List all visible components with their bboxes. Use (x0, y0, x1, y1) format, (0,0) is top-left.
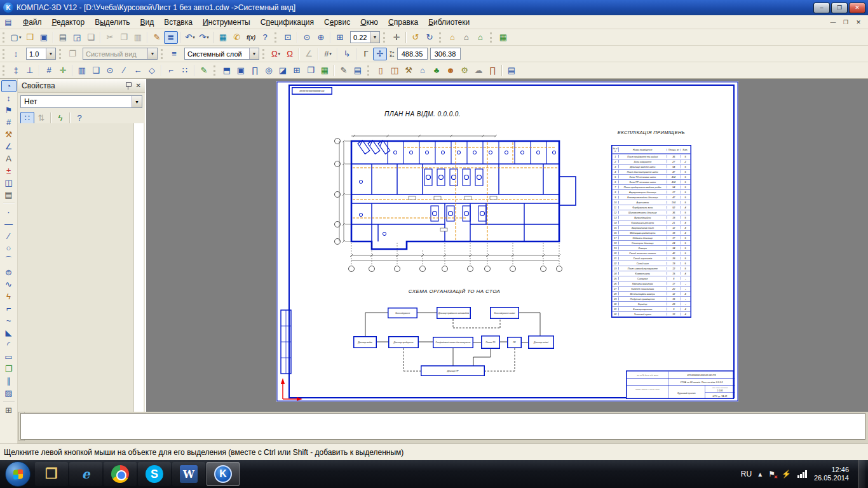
chevron-down-icon[interactable]: ▼ (46, 48, 55, 59)
pan-button[interactable]: ✛ (390, 31, 403, 44)
save-button[interactable]: ▣ (37, 31, 51, 44)
power-plug-icon[interactable]: ⚡ (782, 470, 791, 478)
chamfer-tool[interactable]: ◣ (1, 327, 17, 339)
chevron-down-icon[interactable]: ▾ (193, 35, 195, 40)
copy-table-button[interactable]: ❐ (304, 64, 318, 77)
mdi-restore-button[interactable]: ❐ (841, 19, 850, 25)
mdi-minimize-button[interactable]: — (829, 19, 837, 25)
center-marker-button[interactable]: ⊙ (103, 64, 117, 77)
insert-fragment-button[interactable]: ⬒ (220, 64, 234, 77)
hidden-icons-chevron[interactable]: ▴ (758, 470, 762, 478)
new-document-button[interactable]: ▢▾ (9, 31, 23, 44)
union-button[interactable]: ◎ (262, 64, 276, 77)
redo-button[interactable]: ↷▾ (197, 31, 211, 44)
zoom-scale-button[interactable]: ⊞ (333, 31, 347, 44)
section-line-button[interactable]: ∕ (117, 64, 131, 77)
designations-panel-button[interactable]: ⚑ (1, 104, 17, 116)
check-library-house-button[interactable]: ⌂ (473, 31, 487, 44)
help-button[interactable]: ? (72, 112, 86, 125)
print-button[interactable]: ▤ (56, 31, 70, 44)
taskbar-word-button[interactable]: W (172, 462, 205, 486)
layer-combo[interactable]: Системный слой ▼ (184, 48, 259, 60)
action-center-flag-icon[interactable]: ⚑ (768, 470, 775, 478)
menu-Сервис[interactable]: Сервис (319, 17, 355, 28)
circle-tool[interactable]: ○ (1, 242, 17, 254)
mdi-close-button[interactable]: ✕ (854, 19, 863, 25)
rectangle-tool[interactable]: ▭ (1, 351, 17, 363)
spline-tool[interactable]: ∿ (1, 278, 17, 290)
zoom-selected-button[interactable]: ⊙ (300, 31, 314, 44)
clock[interactable]: 12:46 26.05.2014 (814, 466, 851, 482)
menu-Спецификация[interactable]: Спецификация (255, 17, 319, 28)
editing-panel-button[interactable]: ⚒ (1, 128, 17, 140)
sketch-pen-button[interactable]: ✎ (197, 64, 211, 77)
close-button[interactable]: ✕ (849, 3, 865, 13)
point-tool[interactable]: · (1, 206, 17, 218)
axis-line-button[interactable]: ⊥ (23, 64, 37, 77)
chevron-down-icon[interactable]: ▾ (19, 35, 22, 40)
view-panel-button[interactable]: ◫ (1, 177, 17, 189)
slanted-box-button[interactable]: ◪ (276, 64, 290, 77)
category-view-button[interactable]: ∷ (20, 112, 34, 125)
polyline-tool[interactable]: ⌐ (1, 302, 17, 315)
open-document-button[interactable]: ❒ (23, 31, 37, 44)
array-button[interactable]: ∷ (178, 64, 192, 77)
chevron-down-icon[interactable]: ▾ (329, 51, 332, 57)
spreadsheet-button[interactable]: ▦ (496, 31, 510, 44)
menu-Инструменты[interactable]: Инструменты (198, 17, 255, 28)
person-library-button[interactable]: ☻ (444, 64, 458, 77)
tree-library-button[interactable]: ♣ (430, 64, 444, 77)
refresh-view-button[interactable]: ↺ (409, 31, 423, 44)
open-library-house-button[interactable]: ⌂ (445, 31, 459, 44)
zoom-frame-button[interactable]: ⊡ (281, 31, 295, 44)
taskbar-skype-button[interactable]: S (138, 462, 171, 486)
check-doc-button[interactable]: ▦ (318, 64, 332, 77)
pin-icon[interactable] (125, 82, 131, 90)
chevron-down-icon[interactable]: ▼ (132, 96, 142, 107)
chevron-down-icon[interactable]: ▾ (278, 51, 281, 57)
menu-Справка[interactable]: Справка (383, 17, 423, 28)
maximize-button[interactable]: ❐ (831, 3, 848, 13)
grid-button[interactable]: #▾ (321, 48, 335, 60)
angle-snap-button[interactable]: ∠ (302, 48, 316, 60)
taskbar-kompas-button[interactable]: K (207, 462, 240, 486)
auxiliary-line-tool[interactable]: ⁄ (1, 230, 17, 242)
menu-Вставка[interactable]: Вставка (159, 17, 198, 28)
pen-edit-button[interactable]: ✎ (337, 64, 351, 77)
view-arrow-button[interactable]: ← (131, 64, 145, 77)
menu-Выделить[interactable]: Выделить (90, 17, 135, 28)
previous-view-button[interactable]: ❐ (65, 48, 79, 60)
language-indicator[interactable]: RU (741, 470, 752, 478)
drawing-sheet[interactable]: КП.000000.000.00.00.00 ПЛАН НА ВІДМ. 0.0… (276, 81, 738, 402)
layers-manager-button[interactable]: ≡ (167, 48, 181, 60)
segment-tool[interactable]: — (1, 218, 17, 230)
drawing-viewport[interactable]: КП.000000.000.00.00.00 ПЛАН НА ВІДМ. 0.0… (146, 79, 868, 412)
grid-axes-button[interactable]: # (42, 64, 56, 77)
zoom-in-button[interactable]: ⊕ (314, 31, 328, 44)
door-arch-button[interactable]: ◫ (388, 64, 402, 77)
geometry-panel-button[interactable]: ◔ (1, 80, 17, 92)
sort-alphabet-button[interactable]: ⇅ (34, 112, 48, 125)
chevron-down-icon[interactable]: ▾ (207, 35, 209, 40)
house-library-button[interactable]: ⌂ (416, 64, 430, 77)
property-bar[interactable] (20, 413, 865, 440)
copy-button[interactable]: ❐ (117, 31, 131, 44)
fence-library-button[interactable]: ∏ (485, 64, 499, 77)
chevron-down-icon[interactable]: ▼ (147, 48, 157, 59)
quick-report-button[interactable]: ϟ (53, 112, 67, 125)
taskbar-explorer-button[interactable]: ❒ (35, 462, 68, 486)
doc-properties-button[interactable]: ▤ (351, 64, 365, 77)
menu-Файл[interactable]: Файл (18, 17, 47, 28)
minimize-button[interactable]: – (813, 3, 830, 13)
snaps-button[interactable]: Ω▾ (269, 48, 283, 60)
properties-selector-combo[interactable]: Нет ▼ (20, 95, 142, 108)
ruler-button[interactable]: ▥ (75, 64, 89, 77)
taskbar-ie-button[interactable]: e (69, 462, 102, 486)
start-button[interactable] (5, 461, 31, 487)
polyline-kch-button[interactable]: ⌐ (164, 64, 178, 77)
fillet-tool[interactable]: ◜ (1, 339, 17, 351)
close-icon[interactable]: ✕ (136, 82, 141, 89)
local-cs-button[interactable]: ↳ (340, 48, 354, 60)
parametric-panel-button[interactable]: ± (1, 165, 17, 177)
position-marker-button[interactable]: ◇ (145, 64, 159, 77)
